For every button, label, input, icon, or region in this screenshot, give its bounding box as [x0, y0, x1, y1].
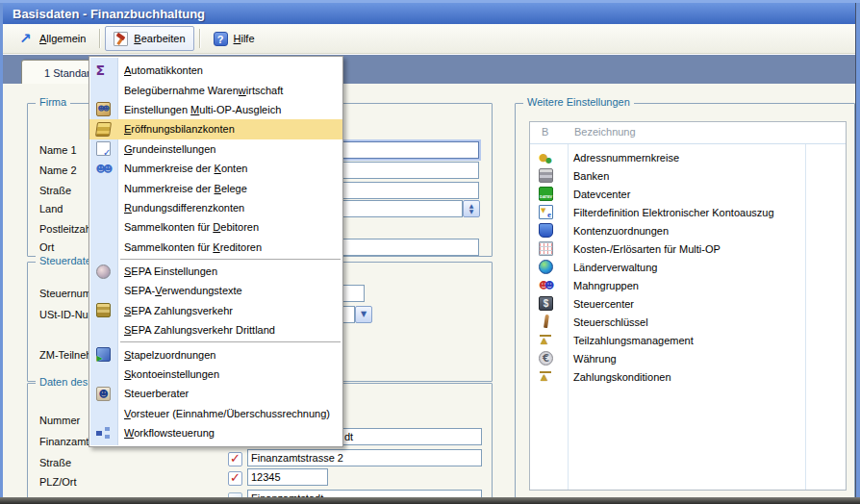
scales-icon [539, 369, 553, 384]
menu-item-nummerkreise-der-belege[interactable]: Nummerkreise der Belege [89, 178, 342, 197]
list-item-steuerschlüssel[interactable]: Steuerschlüssel [530, 313, 846, 331]
list-item-label: Filterdefinition Elektronischer Kontoaus… [573, 207, 774, 218]
list-item-label: Länderverwaltung [573, 262, 657, 273]
banks-icon [539, 168, 553, 183]
arrow-icon [19, 32, 34, 46]
dropdown-arrow-icon: ▼ [361, 311, 367, 318]
menu-item-sepa-zahlungsverkehr-drittland[interactable]: SEPA Zahlungsverkehr Drittland [89, 320, 342, 340]
ort-label: Ort [39, 241, 54, 253]
menu-item-workflowsteuerung[interactable]: Workflowsteuerung [89, 423, 342, 442]
list-item-kosten-erlösarten-für-multi-op[interactable]: Kosten-/Erlösarten für Multi-OP [530, 239, 846, 258]
menu-item-label: Rundungsdifferenzkonten [124, 202, 244, 214]
plz-ort-label: PLZ/Ort [39, 476, 77, 488]
money-icon [96, 303, 111, 317]
books-icon [94, 122, 111, 137]
menu-item-sepa-zahlungsverkehr[interactable]: SEPA Zahlungsverkehr [89, 301, 342, 320]
plz-ort-checkbox[interactable] [228, 471, 242, 486]
list-item-datevcenter[interactable]: Datevcenter [530, 185, 846, 203]
list-item-label: Zahlungskonditionen [573, 371, 671, 383]
menu-item-eröffnungsbilanzkonten[interactable]: Eröffnungsbilanzkonten [89, 119, 342, 139]
plz-ort-input[interactable] [247, 468, 328, 486]
list-item-banken[interactable]: Banken [530, 166, 846, 185]
nummer-label: Nummer [39, 415, 80, 426]
menu-item-label: Eröffnungsbilanzkonten [124, 123, 235, 135]
coin-icon [539, 351, 553, 365]
name1-label: Name 1 [39, 144, 77, 156]
pen-icon [539, 315, 553, 329]
list-item-label: Steuercenter [573, 298, 634, 310]
title-bar: Basisdaten - Finanzbuchhaltung [3, 3, 855, 24]
bearbeiten-button[interactable]: Bearbeiten [105, 26, 193, 51]
menu-item-label: Stapelzuordnungen [124, 349, 215, 361]
toolbar-button-label: Hilfe [234, 33, 255, 44]
menu-item-stapelzuordnungen[interactable]: Stapelzuordnungen [89, 344, 342, 364]
menu-item-steuerberater[interactable]: Steuerberater [89, 384, 342, 403]
menu-item-label: Nummerkreise der Konten [124, 163, 247, 174]
fa-ort-input[interactable] [247, 490, 482, 497]
address-icon [539, 150, 553, 164]
list-item-zahlungskonditionen[interactable]: Zahlungskonditionen [530, 367, 846, 386]
toolbar-separator [99, 29, 100, 48]
list-item-länderverwaltung[interactable]: Länderverwaltung [530, 258, 846, 276]
menu-item-label: Grundeinstellungen [124, 143, 215, 155]
menu-item-automatikkonten[interactable]: Automatikkonten [89, 61, 342, 80]
menu-item-vorsteuer-einnahme-überschussrechnung[interactable]: Vorsteuer (Einnahme/Überschussrechnung) [89, 404, 342, 423]
list-item-mahngruppen[interactable]: Mahngruppen [530, 276, 846, 294]
fa-strasse-checkbox[interactable] [228, 452, 242, 466]
menu-item-nummerkreise-der-konten[interactable]: Nummerkreise der Konten [89, 159, 342, 178]
menu-item-label: Workflowsteuerung [124, 427, 215, 439]
ustid-dropdown-button[interactable]: ▼ [355, 306, 372, 323]
people-icon [96, 162, 111, 176]
list-item-kontenzuordnungen[interactable]: Kontenzuordnungen [530, 221, 846, 239]
land-stepper[interactable]: ▲▼ [463, 200, 480, 217]
window-border-bottom [0, 497, 860, 504]
multiop-icon [96, 102, 111, 116]
menu-item-sammelkonten-für-debitoren[interactable]: Sammelkonten für Debitoren [89, 217, 342, 237]
menu-item-label: Sammelkonten für Debitoren [124, 221, 259, 233]
menu-item-sepa-verwendungstexte[interactable]: SEPA-Verwendungstexte [89, 281, 342, 300]
list-item-währung[interactable]: Währung [530, 349, 846, 367]
workflow-icon [96, 426, 111, 441]
column-header-bezeichnung: Bezeichnung [574, 126, 636, 138]
land-label: Land [39, 203, 63, 214]
allgemein-button[interactable]: Allgemein [11, 26, 94, 51]
list-item-adressnummernkreise[interactable]: Adressnummernkreise [530, 148, 846, 166]
dollar-icon [539, 296, 553, 311]
list-item-filterdefinition-elektronischer-kontoauszug[interactable]: Filterdefinition Elektronischer Kontoaus… [530, 203, 846, 221]
column-header-b: B [542, 126, 548, 138]
firma-legend: Firma [36, 96, 70, 108]
menu-item-label: Einstellungen Multi-OP-Ausgleich [124, 104, 281, 115]
weitere-legend: Weitere Einstellungen [523, 96, 634, 108]
toolbar-button-label: Bearbeiten [134, 33, 185, 44]
list-item-label: Kontenzuordnungen [573, 225, 669, 237]
menu-item-label: Nummerkreise der Belege [124, 183, 247, 194]
menu-item-sammelkonten-für-kreditoren[interactable]: Sammelkonten für Kreditoren [89, 238, 342, 257]
hilfe-button[interactable]: Hilfe [205, 26, 264, 51]
list-item-label: Mahngruppen [573, 280, 639, 291]
menu-item-label: Automatikkonten [124, 64, 203, 76]
menu-item-belegübernahme-warenwirtschaft[interactable]: Belegübernahme Warenwirtschaft [89, 80, 342, 99]
datev-icon [539, 187, 553, 201]
menu-item-sepa-einstellungen[interactable]: SEPA Einstellungen [89, 262, 342, 281]
list-item-teilzahlungsmanagement[interactable]: Teilzahlungsmanagement [530, 331, 846, 349]
menu-item-label: Vorsteuer (Einnahme/Überschussrechnung) [124, 408, 330, 419]
list-item-steuercenter[interactable]: Steuercenter [530, 294, 846, 313]
book-arrow-icon [96, 347, 111, 362]
fa-strasse-input[interactable] [247, 449, 482, 466]
postleitzahl-label: Postleitzahl [39, 223, 93, 235]
menu-item-label: SEPA Zahlungsverkehr [124, 305, 233, 316]
window-border-right [855, 0, 860, 504]
folder-icon [539, 223, 553, 238]
name2-label: Name 2 [39, 164, 77, 176]
globe-icon [539, 260, 553, 274]
list-item-label: Adressnummernkreise [573, 152, 679, 164]
menu-item-skontoeinstellungen[interactable]: Skontoeinstellungen [89, 365, 342, 384]
fa-ort-checkbox[interactable] [228, 492, 242, 497]
menu-item-grundeinstellungen[interactable]: Grundeinstellungen [89, 139, 342, 159]
finanzamt-label: Finanzamt [39, 436, 89, 447]
menu-item-rundungsdifferenzkonten[interactable]: Rundungsdifferenzkonten [89, 198, 342, 217]
help-icon [214, 32, 228, 46]
menu-item-einstellungen-multi-op-ausgleich[interactable]: Einstellungen Multi-OP-Ausgleich [89, 100, 342, 119]
advisor-icon [96, 387, 111, 401]
hammer-icon [114, 32, 128, 46]
